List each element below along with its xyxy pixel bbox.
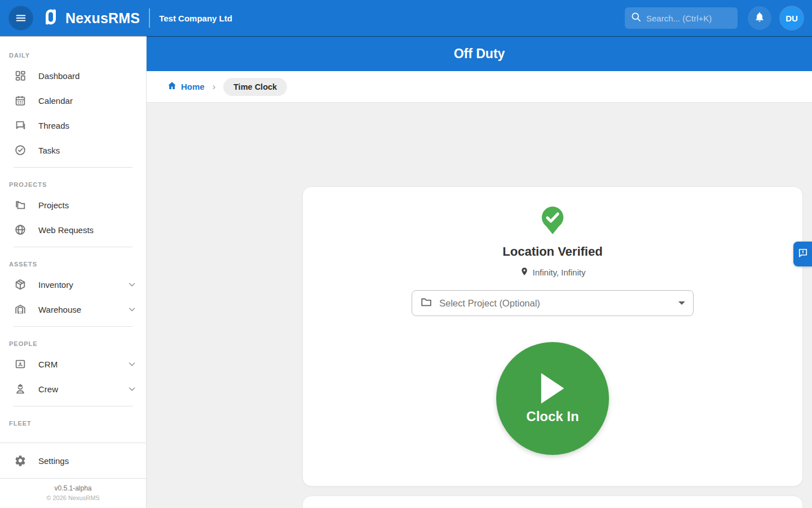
sidebar-item-settings[interactable]: Settings <box>0 443 146 478</box>
clock-in-button[interactable]: Clock In <box>496 342 609 455</box>
breadcrumb-separator-icon: › <box>213 82 215 92</box>
sidebar-item-crm[interactable]: CRM <box>0 352 146 376</box>
sidebar-section-fleet: FLEET <box>0 411 146 431</box>
global-search[interactable] <box>625 7 738 29</box>
chat-threads-icon <box>14 119 27 132</box>
sidebar-item-inventory[interactable]: Inventory <box>0 272 146 297</box>
duty-status-banner: Off Duty <box>147 36 812 71</box>
copyright: © 2026 NexusRMS <box>0 494 146 501</box>
nexusrms-logo-icon <box>42 8 60 28</box>
chevron-down-icon <box>127 304 137 314</box>
breadcrumb: Home › Time Clock <box>147 71 812 103</box>
search-input[interactable] <box>646 14 732 23</box>
sidebar-divider <box>14 326 133 327</box>
sidebar-divider <box>14 167 133 168</box>
calendar-icon <box>14 94 27 107</box>
sidebar-item-calendar[interactable]: Calendar <box>0 88 146 113</box>
top-app-bar: NexusRMS Test Company Ltd DU <box>0 0 812 36</box>
sidebar: DAILY Dashboard Calendar Threads <box>0 36 147 508</box>
topbar-divider <box>149 8 150 28</box>
dashboard-icon <box>14 69 27 82</box>
sidebar-item-web-requests[interactable]: Web Requests <box>0 217 146 242</box>
feedback-button[interactable] <box>793 242 812 266</box>
home-icon <box>167 81 177 93</box>
chevron-down-icon <box>127 384 137 394</box>
folder-icon <box>14 198 27 212</box>
sidebar-item-crew[interactable]: Crew <box>0 376 146 401</box>
dropdown-caret-icon <box>678 301 685 305</box>
brand-name: NexusRMS <box>65 10 140 27</box>
sidebar-item-threads[interactable]: Threads <box>0 113 146 138</box>
breadcrumb-home-link[interactable]: Home <box>167 81 205 93</box>
project-select-value: Select Project (Optional) <box>439 298 672 309</box>
globe-icon <box>14 223 27 237</box>
sidebar-bottom-panel: Settings v0.5.1-alpha © 2026 NexusRMS <box>0 443 146 508</box>
main-content: Off Duty Home › Time Clock <box>147 36 812 508</box>
sidebar-item-warehouse[interactable]: Warehouse <box>0 297 146 322</box>
sidebar-section-assets: ASSETS <box>0 252 146 272</box>
search-icon <box>630 11 642 25</box>
brand-logo[interactable]: NexusRMS <box>42 8 140 28</box>
bell-icon <box>754 11 765 25</box>
company-name: Test Company Ltd <box>159 14 232 23</box>
feedback-chat-icon <box>797 247 809 261</box>
location-coordinates: Infinity, Infinity <box>520 267 586 278</box>
notifications-button[interactable] <box>748 6 771 30</box>
sidebar-item-tasks[interactable]: Tasks <box>0 138 146 163</box>
sidebar-section-daily: DAILY <box>0 43 146 63</box>
sidebar-section-people: PEOPLE <box>0 331 146 352</box>
sidebar-section-projects: PROJECTS <box>0 172 146 192</box>
time-clock-card: Location Verified Infinity, Infinity Sel… <box>302 186 803 487</box>
sidebar-item-projects[interactable]: Projects <box>0 192 146 217</box>
location-verified-pin-icon <box>540 206 566 238</box>
location-status-title: Location Verified <box>502 244 602 259</box>
chevron-down-icon <box>127 279 137 290</box>
sidebar-divider <box>14 247 133 247</box>
package-icon <box>14 278 27 291</box>
app-window: NexusRMS Test Company Ltd DU DAILY Das <box>0 0 812 508</box>
project-select[interactable]: Select Project (Optional) <box>412 290 694 316</box>
folder-icon <box>420 296 433 310</box>
crew-worker-icon <box>14 382 27 396</box>
menu-button[interactable] <box>9 6 33 30</box>
duty-status-text: Off Duty <box>454 46 505 62</box>
avatar[interactable]: DU <box>780 7 803 29</box>
warehouse-icon <box>14 303 27 316</box>
app-version: v0.5.1-alpha <box>0 484 146 492</box>
page-content: Location Verified Infinity, Infinity Sel… <box>147 103 812 508</box>
hamburger-icon <box>15 12 27 24</box>
sidebar-item-dashboard[interactable]: Dashboard <box>0 63 146 88</box>
todays-summary-card: Today's Summary <box>302 496 803 508</box>
location-pin-icon <box>520 267 529 278</box>
gear-icon <box>14 454 27 467</box>
chevron-down-icon <box>127 359 137 369</box>
breadcrumb-current: Time Clock <box>223 78 287 96</box>
sidebar-footer: v0.5.1-alpha © 2026 NexusRMS <box>0 478 146 508</box>
sidebar-divider <box>14 406 133 406</box>
contact-badge-icon <box>14 357 27 371</box>
task-check-icon <box>14 143 27 157</box>
play-icon <box>540 373 566 405</box>
